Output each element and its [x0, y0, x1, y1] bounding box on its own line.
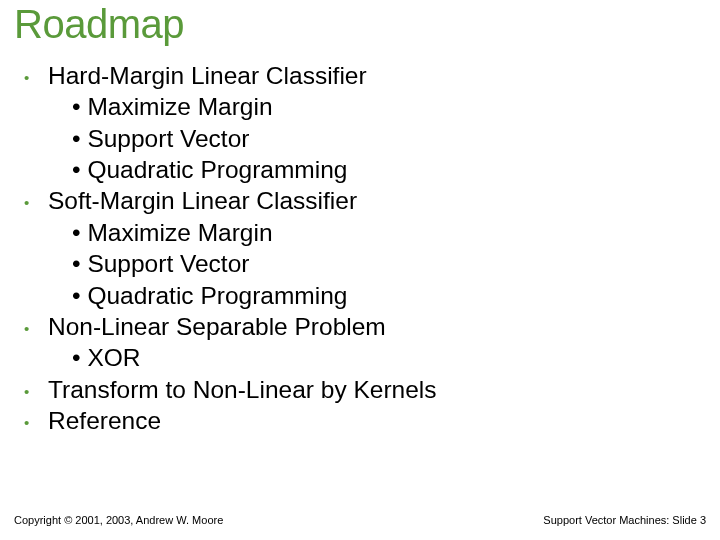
slide-body: Hard-Margin Linear Classifier Maximize M…	[18, 60, 700, 436]
item-label: Non-Linear Separable Problem	[48, 313, 386, 340]
footer-prefix: Support Vector Machines: Slide	[543, 514, 700, 526]
sub-item: Maximize Margin	[48, 217, 700, 248]
slide: Roadmap Hard-Margin Linear Classifier Ma…	[0, 0, 720, 540]
sub-list: Maximize Margin Support Vector Quadratic…	[48, 91, 700, 185]
item-label: Hard-Margin Linear Classifier	[48, 62, 367, 89]
sub-list: Maximize Margin Support Vector Quadratic…	[48, 217, 700, 311]
item-label: Reference	[48, 407, 161, 434]
outline-list: Hard-Margin Linear Classifier Maximize M…	[18, 60, 700, 436]
list-item: Reference	[18, 405, 700, 436]
item-label: Transform to Non-Linear by Kernels	[48, 376, 437, 403]
slide-title: Roadmap	[14, 2, 184, 47]
footer-page-num: 3	[700, 514, 706, 526]
list-item: Soft-Margin Linear Classifier Maximize M…	[18, 185, 700, 310]
sub-item: Support Vector	[48, 248, 700, 279]
sub-item: XOR	[48, 342, 700, 373]
list-item: Non-Linear Separable Problem XOR	[18, 311, 700, 374]
item-label: Soft-Margin Linear Classifier	[48, 187, 357, 214]
footer-slide-number: Support Vector Machines: Slide 3	[543, 514, 706, 526]
footer-copyright: Copyright © 2001, 2003, Andrew W. Moore	[14, 514, 223, 526]
sub-item: Quadratic Programming	[48, 280, 700, 311]
sub-item: Quadratic Programming	[48, 154, 700, 185]
sub-list: XOR	[48, 342, 700, 373]
list-item: Hard-Margin Linear Classifier Maximize M…	[18, 60, 700, 185]
list-item: Transform to Non-Linear by Kernels	[18, 374, 700, 405]
sub-item: Support Vector	[48, 123, 700, 154]
sub-item: Maximize Margin	[48, 91, 700, 122]
